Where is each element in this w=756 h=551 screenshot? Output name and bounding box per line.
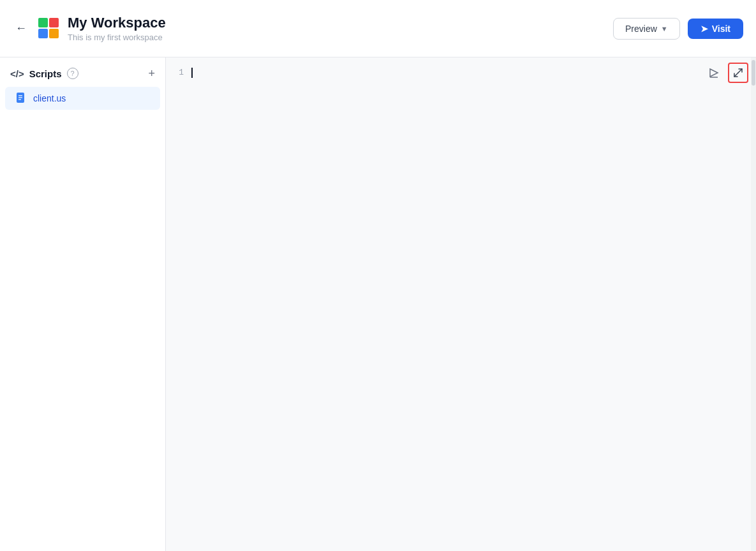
add-script-button[interactable]: + xyxy=(148,68,155,79)
editor-content[interactable]: 1 xyxy=(166,57,756,551)
header-right: Preview ▼ ➤ Visit xyxy=(613,18,743,40)
preview-label: Preview xyxy=(625,24,657,34)
editor-toolbar xyxy=(704,63,748,83)
help-icon[interactable]: ? xyxy=(67,68,78,79)
code-icon: </> xyxy=(10,68,24,79)
back-button[interactable]: ← xyxy=(13,19,29,38)
file-icon xyxy=(15,92,28,105)
expand-button[interactable] xyxy=(728,63,748,83)
svg-rect-6 xyxy=(19,97,22,98)
main-container: </> Scripts ? + client.us xyxy=(0,57,756,551)
expand-icon xyxy=(733,68,743,78)
svg-rect-5 xyxy=(19,95,22,96)
file-name-client: client.us xyxy=(33,93,66,103)
run-button[interactable] xyxy=(704,63,724,83)
editor-area: 1 xyxy=(166,57,756,551)
preview-button[interactable]: Preview ▼ xyxy=(613,18,680,40)
sidebar-item-client[interactable]: client.us xyxy=(5,87,160,110)
workspace-title: My Workspace xyxy=(68,15,166,31)
visit-arrow-icon: ➤ xyxy=(700,24,708,34)
header-left: ← My Workspace This is my first workspac… xyxy=(13,15,166,42)
svg-rect-3 xyxy=(49,29,59,38)
text-cursor xyxy=(191,68,193,78)
workspace-subtitle: This is my first workspace xyxy=(68,33,166,42)
chevron-down-icon: ▼ xyxy=(661,25,668,33)
visit-label: Visit xyxy=(712,24,730,34)
scripts-label: Scripts xyxy=(29,68,62,79)
svg-rect-0 xyxy=(38,18,48,27)
line-numbers: 1 xyxy=(166,65,191,80)
line-number-1: 1 xyxy=(166,65,184,80)
workspace-icon xyxy=(37,17,60,40)
cursor-line-1 xyxy=(191,65,756,80)
sidebar-header-left: </> Scripts ? xyxy=(10,68,78,79)
header: ← My Workspace This is my first workspac… xyxy=(0,0,756,57)
sidebar: </> Scripts ? + client.us xyxy=(0,57,166,551)
scrollbar-track[interactable] xyxy=(751,57,756,551)
scrollbar-thumb[interactable] xyxy=(752,60,755,86)
svg-rect-7 xyxy=(19,99,21,100)
run-icon xyxy=(708,67,720,79)
svg-rect-1 xyxy=(49,18,59,27)
visit-button[interactable]: ➤ Visit xyxy=(688,19,743,39)
sidebar-header: </> Scripts ? + xyxy=(0,68,165,87)
back-icon: ← xyxy=(15,22,27,35)
workspace-info: My Workspace This is my first workspace xyxy=(68,15,166,42)
code-area[interactable] xyxy=(191,65,756,551)
svg-rect-2 xyxy=(38,29,48,38)
